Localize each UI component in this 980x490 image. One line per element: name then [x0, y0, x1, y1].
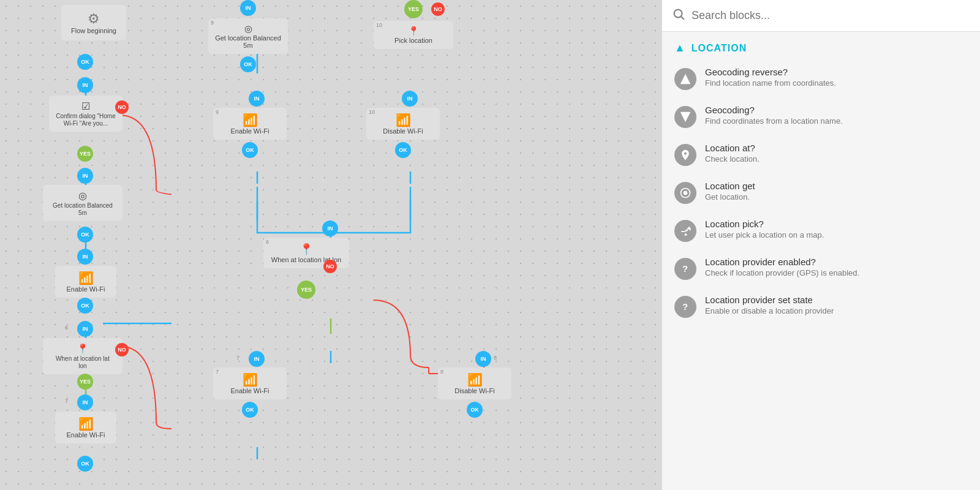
block-item-location-pick[interactable]: Location pick?Let user pick a location o… — [668, 211, 974, 249]
when-at-location-center[interactable]: 6 📍 When at location lat lon NO YES — [263, 238, 349, 299]
ok-connector-bottom[interactable]: OK — [77, 456, 93, 472]
right-sidebar: ▲ LOCATION Geocoding reverse?Find locati… — [662, 0, 980, 490]
svg-marker-33 — [680, 74, 691, 85]
in-conn-10-disable[interactable]: IN — [402, 91, 418, 107]
block-desc-location-provider-enabled: Check if location provider (GPS) is enab… — [705, 268, 859, 277]
block-item-geocoding-reverse[interactable]: Geocoding reverse?Find location name fro… — [668, 59, 974, 97]
block-item-location-provider-enabled[interactable]: ?Location provider enabled?Check if loca… — [668, 249, 974, 287]
ok-conn-7[interactable]: OK — [242, 402, 258, 418]
block-title-geocoding: Geocoding? — [705, 105, 843, 115]
block-title-location-at: Location at? — [705, 143, 760, 153]
disable-wifi-center-label: Disable Wi-Fi — [383, 127, 423, 135]
confirm-dialog-label: Confirm dialog "HomeWi-Fi "Are you... — [56, 113, 115, 127]
block-title-location-get: Location get — [705, 181, 755, 191]
block-item-location-get[interactable]: Location getGet location. — [668, 173, 974, 211]
svg-text:?: ? — [682, 263, 688, 274]
search-icon — [672, 7, 685, 24]
yes-conn-10[interactable]: YES — [404, 0, 423, 18]
block-item-location-provider-set-state[interactable]: ?Location provider set stateEnable or di… — [668, 287, 974, 325]
block-desc-geocoding-reverse: Find location name from coordinates. — [705, 78, 836, 88]
section-title: LOCATION — [692, 43, 747, 54]
yes-connector-confirm[interactable]: YES — [77, 146, 93, 162]
block-icon-location-get — [674, 182, 696, 204]
block-desc-location-at: Check location. — [705, 154, 760, 164]
in-connector-2[interactable]: IN — [77, 168, 93, 184]
no-badge-when: NO — [115, 343, 129, 356]
enable-wifi-label-bottom: Enable Wi-Fi — [67, 431, 105, 439]
block-title-location-pick: Location pick? — [705, 219, 824, 229]
search-input[interactable] — [692, 9, 970, 22]
disable-wifi-center-10[interactable]: 10 📶 Disable Wi-Fi OK — [366, 108, 440, 158]
pick-location-center-10[interactable]: YES NO 10 📍 Pick location — [374, 0, 453, 49]
block-icon-geocoding-reverse — [674, 68, 696, 90]
svg-marker-34 — [680, 112, 691, 123]
in-connector-1[interactable]: IN — [77, 77, 93, 93]
enable-wifi-node-top[interactable]: 📶 Enable Wi-Fi — [55, 266, 116, 298]
in-connector-5[interactable]: IN 7 — [77, 394, 93, 410]
block-title-location-provider-set-state: Location provider set state — [705, 295, 834, 305]
block-item-location-at[interactable]: Location at?Check location. — [668, 135, 974, 173]
no-badge-confirm: NO — [115, 100, 129, 114]
ok-conn-8[interactable]: OK — [467, 402, 483, 418]
svg-point-35 — [684, 191, 688, 195]
ok-conn-9-enable[interactable]: OK — [242, 142, 258, 158]
block-title-geocoding-reverse: Geocoding reverse? — [705, 67, 836, 77]
disable-wifi-center-8[interactable]: 8 📶 Disable Wi-Fi OK — [438, 368, 511, 418]
ok-conn-9[interactable]: OK — [240, 56, 256, 72]
block-icon-location-provider-set-state: ? — [674, 296, 696, 318]
ok-connector-2[interactable]: OK — [77, 227, 93, 243]
confirm-dialog-node[interactable]: ☑ Confirm dialog "HomeWi-Fi "Are you... … — [49, 96, 123, 132]
center-flow-canvas: IN 9 ◎ Get location Balanced 5m OK YES N… — [172, 0, 662, 490]
svg-text:?: ? — [682, 301, 688, 312]
wifi-icon-1: 📶 — [78, 271, 94, 285]
get-location-label: Get location Balanced5m — [53, 202, 113, 216]
enable-wifi-center-label: Enable Wi-Fi — [231, 127, 270, 135]
in-conn-9[interactable]: IN — [240, 0, 256, 16]
svg-line-32 — [681, 17, 684, 19]
pick-location-center-label: Pick location — [394, 37, 432, 44]
enable-wifi-center-9[interactable]: 9 📶 Enable Wi-Fi OK — [213, 108, 287, 158]
block-desc-location-pick: Let user pick a location on a map. — [705, 230, 824, 239]
block-title-location-provider-enabled: Location provider enabled? — [705, 257, 859, 267]
wifi-icon-center-9: 📶 — [243, 113, 258, 127]
enable-wifi-center-7[interactable]: 7 📶 Enable Wi-Fi OK — [213, 368, 287, 418]
gear-icon: ⚙ — [88, 11, 100, 26]
get-location-center-label: Get location Balanced 5m — [215, 34, 281, 49]
section-chevron-icon[interactable]: ▲ — [674, 42, 685, 55]
enable-wifi-bottom[interactable]: 📶 Enable Wi-Fi — [55, 412, 116, 443]
in-connector-4[interactable]: IN 6 — [77, 321, 93, 337]
in-conn-9-enable[interactable]: IN — [249, 91, 265, 107]
wifi-icon-center-8: 📶 — [467, 373, 483, 386]
search-bar[interactable] — [662, 0, 980, 32]
in-connector-3[interactable]: IN — [77, 249, 93, 265]
left-flow-canvas: ⚙ Flow beginning OK IN ☑ Confirm dialog … — [0, 0, 172, 490]
ok-connector-3[interactable]: OK — [77, 298, 93, 314]
block-icon-location-provider-enabled: ? — [674, 258, 696, 280]
flow-beginning-node[interactable]: ⚙ Flow beginning — [61, 5, 126, 40]
wifi-icon-center-7: 📶 — [243, 373, 258, 386]
get-location-center-9[interactable]: IN 9 ◎ Get location Balanced 5m OK — [208, 0, 288, 72]
block-icon-geocoding — [674, 106, 696, 128]
block-desc-location-get: Get location. — [705, 192, 755, 202]
block-icon-location-pick — [674, 220, 696, 242]
ok-connector-1[interactable]: OK — [77, 54, 93, 70]
in-conn-7[interactable]: IN 7 — [249, 351, 265, 367]
in-conn-6[interactable]: IN — [322, 221, 338, 236]
enable-wifi-label-top: Enable Wi-Fi — [67, 285, 105, 293]
block-item-geocoding[interactable]: Geocoding?Find coordinates from a locati… — [668, 97, 974, 135]
in-conn-8[interactable]: IN 8 — [475, 351, 491, 367]
yes-conn-6[interactable]: YES — [297, 281, 315, 299]
get-location-node[interactable]: ◎ Get location Balanced5m — [43, 185, 123, 221]
no-badge-10: NO — [431, 2, 445, 16]
block-icon-location-at — [674, 144, 696, 166]
when-at-location-label: When at location latlon — [56, 355, 110, 369]
wifi-icon-2: 📶 — [78, 417, 94, 431]
disable-wifi-center-8-label: Disable Wi-Fi — [454, 387, 494, 394]
block-list: Geocoding reverse?Find location name fro… — [662, 59, 980, 325]
block-desc-location-provider-set-state: Enable or disable a location provider — [705, 306, 834, 315]
when-at-location-node[interactable]: 📍 When at location latlon NO — [43, 338, 123, 374]
enable-wifi-center-7-label: Enable Wi-Fi — [231, 387, 270, 394]
ok-conn-10-disable[interactable]: OK — [395, 142, 411, 158]
yes-connector-when[interactable]: YES — [77, 374, 93, 390]
section-header: ▲ LOCATION — [662, 32, 980, 59]
